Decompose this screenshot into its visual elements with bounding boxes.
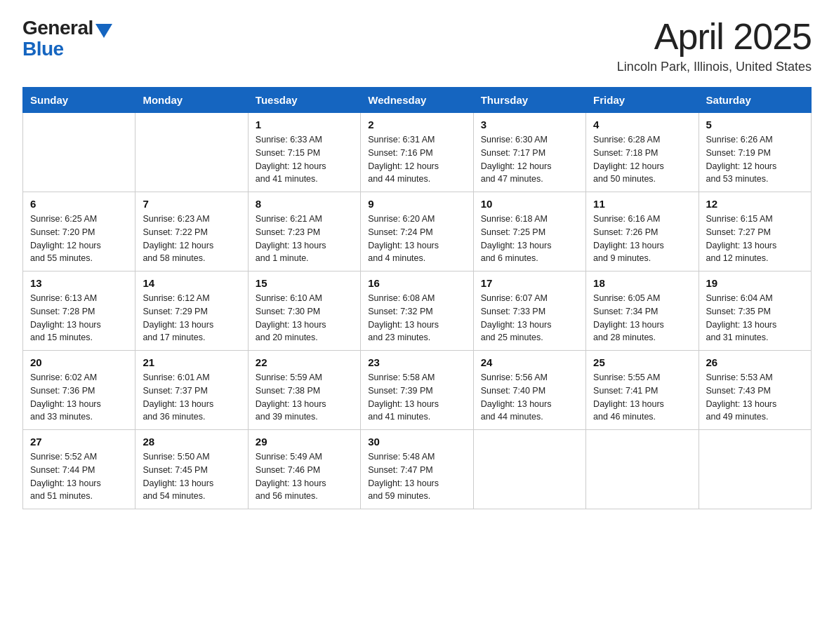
day-number: 4 — [593, 119, 691, 130]
day-info: Sunrise: 6:01 AMSunset: 7:37 PMDaylight:… — [143, 371, 240, 424]
weekday-header-wednesday: Wednesday — [361, 88, 473, 113]
day-number: 26 — [706, 356, 804, 368]
day-number: 10 — [481, 198, 578, 210]
day-number: 24 — [481, 356, 578, 368]
calendar-cell: 25Sunrise: 5:55 AMSunset: 7:41 PMDayligh… — [586, 351, 699, 430]
calendar-week-3: 13Sunrise: 6:13 AMSunset: 7:28 PMDayligh… — [23, 271, 812, 351]
logo-line1: General — [22, 17, 112, 39]
calendar-week-1: 1Sunrise: 6:33 AMSunset: 7:15 PMDaylight… — [23, 113, 812, 192]
day-info: Sunrise: 6:10 AMSunset: 7:30 PMDaylight:… — [256, 292, 353, 344]
day-info: Sunrise: 6:26 AMSunset: 7:19 PMDaylight:… — [706, 133, 804, 186]
calendar-cell: 9Sunrise: 6:20 AMSunset: 7:24 PMDaylight… — [361, 192, 473, 271]
day-info: Sunrise: 6:12 AMSunset: 7:29 PMDaylight:… — [143, 292, 240, 344]
day-number: 5 — [706, 119, 804, 130]
day-number: 7 — [143, 198, 240, 210]
calendar-week-5: 27Sunrise: 5:52 AMSunset: 7:44 PMDayligh… — [23, 430, 812, 509]
day-info: Sunrise: 6:16 AMSunset: 7:26 PMDaylight:… — [593, 213, 691, 265]
calendar-cell: 19Sunrise: 6:04 AMSunset: 7:35 PMDayligh… — [699, 271, 811, 351]
calendar-cell: 30Sunrise: 5:48 AMSunset: 7:47 PMDayligh… — [361, 430, 473, 509]
day-number: 23 — [368, 356, 465, 368]
logo-general-text: General — [22, 17, 93, 39]
calendar-cell: 18Sunrise: 6:05 AMSunset: 7:34 PMDayligh… — [586, 271, 699, 351]
day-number: 19 — [706, 277, 804, 289]
day-info: Sunrise: 6:18 AMSunset: 7:25 PMDaylight:… — [481, 213, 578, 265]
day-number: 21 — [143, 356, 240, 368]
calendar-cell: 7Sunrise: 6:23 AMSunset: 7:22 PMDaylight… — [135, 192, 248, 271]
calendar-cell: 28Sunrise: 5:50 AMSunset: 7:45 PMDayligh… — [135, 430, 248, 509]
day-number: 3 — [481, 119, 578, 130]
calendar-cell: 1Sunrise: 6:33 AMSunset: 7:15 PMDaylight… — [248, 113, 360, 192]
day-number: 1 — [256, 119, 353, 130]
calendar-cell: 4Sunrise: 6:28 AMSunset: 7:18 PMDaylight… — [586, 113, 699, 192]
day-info: Sunrise: 5:50 AMSunset: 7:45 PMDaylight:… — [143, 450, 240, 503]
day-info: Sunrise: 6:30 AMSunset: 7:17 PMDaylight:… — [481, 133, 578, 186]
weekday-header-sunday: Sunday — [23, 88, 135, 113]
day-number: 18 — [593, 277, 691, 289]
calendar-header: SundayMondayTuesdayWednesdayThursdayFrid… — [23, 88, 812, 113]
day-number: 22 — [256, 356, 353, 368]
page-title: April 2025 — [617, 17, 812, 57]
calendar-cell: 16Sunrise: 6:08 AMSunset: 7:32 PMDayligh… — [361, 271, 473, 351]
calendar-cell: 11Sunrise: 6:16 AMSunset: 7:26 PMDayligh… — [586, 192, 699, 271]
calendar-cell: 8Sunrise: 6:21 AMSunset: 7:23 PMDaylight… — [248, 192, 360, 271]
day-number: 12 — [706, 198, 804, 210]
day-number: 17 — [481, 277, 578, 289]
day-info: Sunrise: 6:13 AMSunset: 7:28 PMDaylight:… — [30, 292, 128, 344]
day-info: Sunrise: 5:48 AMSunset: 7:47 PMDaylight:… — [368, 450, 465, 503]
day-info: Sunrise: 6:02 AMSunset: 7:36 PMDaylight:… — [30, 371, 128, 424]
calendar-cell: 12Sunrise: 6:15 AMSunset: 7:27 PMDayligh… — [699, 192, 811, 271]
day-info: Sunrise: 6:04 AMSunset: 7:35 PMDaylight:… — [706, 292, 804, 344]
day-info: Sunrise: 6:20 AMSunset: 7:24 PMDaylight:… — [368, 213, 465, 265]
calendar-cell: 2Sunrise: 6:31 AMSunset: 7:16 PMDaylight… — [361, 113, 473, 192]
logo: General Blue — [22, 17, 112, 59]
day-info: Sunrise: 6:31 AMSunset: 7:16 PMDaylight:… — [368, 133, 465, 186]
day-number: 13 — [30, 277, 128, 289]
calendar-table: SundayMondayTuesdayWednesdayThursdayFrid… — [22, 87, 812, 509]
calendar-cell — [473, 430, 585, 509]
day-info: Sunrise: 6:21 AMSunset: 7:23 PMDaylight:… — [256, 213, 353, 265]
day-number: 15 — [256, 277, 353, 289]
day-number: 29 — [256, 436, 353, 448]
calendar-cell — [699, 430, 811, 509]
day-number: 16 — [368, 277, 465, 289]
calendar-cell: 22Sunrise: 5:59 AMSunset: 7:38 PMDayligh… — [248, 351, 360, 430]
calendar-cell: 15Sunrise: 6:10 AMSunset: 7:30 PMDayligh… — [248, 271, 360, 351]
calendar-week-2: 6Sunrise: 6:25 AMSunset: 7:20 PMDaylight… — [23, 192, 812, 271]
calendar-cell: 6Sunrise: 6:25 AMSunset: 7:20 PMDaylight… — [23, 192, 135, 271]
page-subtitle: Lincoln Park, Illinois, United States — [617, 60, 812, 74]
logo-triangle-icon — [95, 24, 112, 38]
calendar-cell: 14Sunrise: 6:12 AMSunset: 7:29 PMDayligh… — [135, 271, 248, 351]
weekday-header-friday: Friday — [586, 88, 699, 113]
weekday-header-monday: Monday — [135, 88, 248, 113]
day-info: Sunrise: 6:05 AMSunset: 7:34 PMDaylight:… — [593, 292, 691, 344]
calendar-cell — [135, 113, 248, 192]
day-info: Sunrise: 5:56 AMSunset: 7:40 PMDaylight:… — [481, 371, 578, 424]
day-number: 14 — [143, 277, 240, 289]
day-info: Sunrise: 6:08 AMSunset: 7:32 PMDaylight:… — [368, 292, 465, 344]
logo-blue-text: Blue — [22, 39, 64, 59]
weekday-header-saturday: Saturday — [699, 88, 811, 113]
calendar-body: 1Sunrise: 6:33 AMSunset: 7:15 PMDaylight… — [23, 113, 812, 509]
title-block: April 2025 Lincoln Park, Illinois, Unite… — [617, 17, 812, 74]
calendar-week-4: 20Sunrise: 6:02 AMSunset: 7:36 PMDayligh… — [23, 351, 812, 430]
page-header: General Blue April 2025 Lincoln Park, Il… — [22, 17, 812, 74]
day-number: 2 — [368, 119, 465, 130]
calendar-cell: 27Sunrise: 5:52 AMSunset: 7:44 PMDayligh… — [23, 430, 135, 509]
day-info: Sunrise: 5:58 AMSunset: 7:39 PMDaylight:… — [368, 371, 465, 424]
calendar-cell: 5Sunrise: 6:26 AMSunset: 7:19 PMDaylight… — [699, 113, 811, 192]
calendar-cell: 26Sunrise: 5:53 AMSunset: 7:43 PMDayligh… — [699, 351, 811, 430]
day-number: 27 — [30, 436, 128, 448]
day-info: Sunrise: 5:49 AMSunset: 7:46 PMDaylight:… — [256, 450, 353, 503]
calendar-cell: 23Sunrise: 5:58 AMSunset: 7:39 PMDayligh… — [361, 351, 473, 430]
day-info: Sunrise: 5:53 AMSunset: 7:43 PMDaylight:… — [706, 371, 804, 424]
weekday-header-row: SundayMondayTuesdayWednesdayThursdayFrid… — [23, 88, 812, 113]
day-info: Sunrise: 6:33 AMSunset: 7:15 PMDaylight:… — [256, 133, 353, 186]
calendar-cell: 10Sunrise: 6:18 AMSunset: 7:25 PMDayligh… — [473, 192, 585, 271]
calendar-cell: 13Sunrise: 6:13 AMSunset: 7:28 PMDayligh… — [23, 271, 135, 351]
day-number: 20 — [30, 356, 128, 368]
day-number: 6 — [30, 198, 128, 210]
weekday-header-thursday: Thursday — [473, 88, 585, 113]
calendar-cell: 3Sunrise: 6:30 AMSunset: 7:17 PMDaylight… — [473, 113, 585, 192]
day-info: Sunrise: 6:07 AMSunset: 7:33 PMDaylight:… — [481, 292, 578, 344]
calendar-cell: 20Sunrise: 6:02 AMSunset: 7:36 PMDayligh… — [23, 351, 135, 430]
